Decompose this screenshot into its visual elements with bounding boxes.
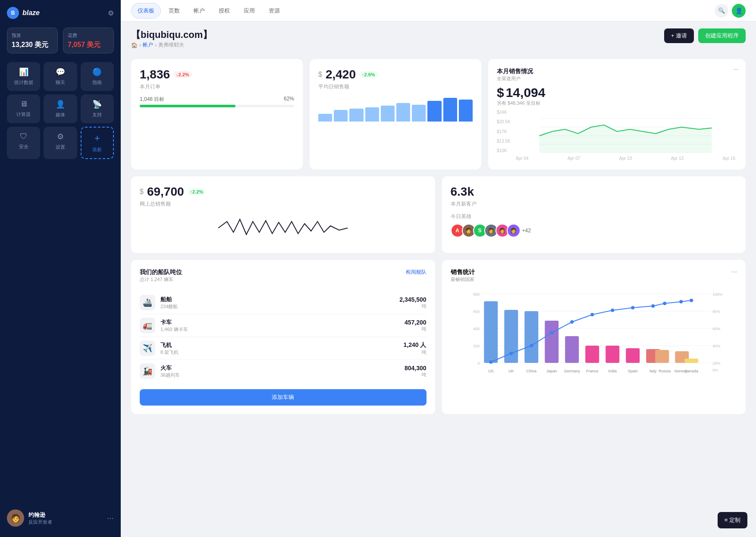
bar-8 [427, 101, 441, 122]
user-avatar: 🧑 [7, 509, 24, 527]
svg-rect-27 [626, 348, 640, 363]
tab-account[interactable]: 帐户 [188, 3, 211, 18]
combo-chart-wrapper: 800 600 400 200 0 100% 80% 60% 40% 20% 0… [451, 290, 737, 377]
sales-chart-card: 销售统计 最畅销国家 ⋯ 800 [442, 260, 746, 414]
tab-resources[interactable]: 资源 [263, 3, 286, 18]
svg-point-35 [550, 331, 553, 334]
settings-icon[interactable]: ⚙ [108, 9, 114, 17]
user-nav-avatar[interactable]: 👤 [732, 4, 746, 18]
train-unit: 吨 [405, 372, 427, 378]
svg-point-36 [570, 320, 574, 324]
calc-icon: 🖥 [20, 100, 28, 109]
sales-chart-header: 销售统计 最畅销国家 ⋯ [451, 268, 737, 288]
sidebar-item-addnew[interactable]: + 添新 [81, 127, 114, 159]
breadcrumb-current: 奥弗维耶夫 [158, 41, 184, 49]
sidebar-item-support[interactable]: 📡 支持 [81, 94, 114, 123]
add-vehicle-button[interactable]: 添加车辆 [140, 389, 427, 406]
svg-rect-29 [655, 350, 669, 363]
security-icon: 🛡 [20, 132, 28, 141]
tab-auth[interactable]: 授权 [213, 3, 236, 18]
page-header: 【biqubiqu.com】 🏠 › 帐户 › 奥弗维耶夫 + 邀请 创建应用程… [131, 28, 746, 56]
tab-apps[interactable]: 应用 [238, 3, 261, 18]
sidebar-item-media[interactable]: 👤 媒体 [44, 94, 77, 123]
plane-sub: 8 架飞机 [160, 349, 398, 356]
svg-text:Spain: Spain [627, 369, 637, 373]
heroes-avatars: A 🧑 S 👩 👩 👩 +42 [451, 224, 737, 237]
expense-card: 花费 7,057 美元 [63, 28, 114, 53]
sidebar-item-guide[interactable]: 🔵 指南 [81, 62, 114, 91]
fleet-link[interactable]: 检阅舰队 [406, 268, 427, 276]
bar-6 [396, 103, 410, 122]
sidebar-item-stats[interactable]: 📊 统计数据 [7, 62, 40, 91]
more-options-button[interactable]: ⋯ [733, 66, 739, 72]
support-label: 支持 [92, 112, 102, 118]
svg-rect-22 [524, 311, 538, 363]
svg-text:0: 0 [477, 361, 480, 365]
truck-icon: 🚛 [140, 318, 155, 333]
daily-sales-number: $ 2,420 ↑2.6% [318, 68, 473, 81]
addnew-icon: + [94, 133, 100, 144]
fleet-header: 我们的船队吨位 总计 1,247 辆车 检阅舰队 [140, 268, 427, 290]
customize-button[interactable]: ≡ 定制 [718, 512, 747, 528]
monthly-sales-title: 本月销售情况 [497, 68, 737, 75]
svg-text:Canada: Canada [684, 369, 698, 373]
sidebar-item-settings[interactable]: ⚙ 设置 [44, 127, 77, 159]
svg-text:40%: 40% [712, 344, 720, 348]
bar-2 [334, 110, 348, 122]
user-more-button[interactable]: ⋯ [107, 514, 114, 522]
breadcrumb-account[interactable]: 帐户 [143, 41, 153, 49]
daily-sales-badge: ↑2.6% [359, 71, 378, 78]
monthly-chart-container: $24K $20.5K $17K $13.5K $10K [497, 110, 737, 161]
heroes-label: 今日英雄 [451, 213, 737, 220]
svg-text:UK: UK [508, 369, 514, 373]
svg-point-33 [509, 352, 513, 355]
logo-icon: B [7, 7, 19, 19]
page-actions: + 邀请 创建应用程序 [664, 28, 746, 43]
svg-text:80%: 80% [712, 309, 720, 314]
monthly-sales-sub: 另有 $48,346 至目标 [497, 100, 737, 106]
sidebar-item-security[interactable]: 🛡 安全 [7, 127, 40, 159]
svg-point-42 [679, 300, 683, 303]
sidebar-item-chat[interactable]: 💬 聊天 [44, 62, 77, 91]
create-app-button[interactable]: 创建应用程序 [698, 28, 746, 43]
ship-sub: 234艘船 [160, 303, 394, 310]
truck-sub: 1,460 辆卡车 [160, 326, 399, 333]
y-axis: $24K $20.5K $17K $13.5K $10K [497, 110, 511, 153]
svg-text:800: 800 [473, 292, 480, 297]
sales-chart-more[interactable]: ⋯ [731, 268, 737, 275]
fleet-item-ship: 🚢 船舶 234艘船 2,345,500 吨 [140, 291, 427, 314]
hero-6: 👩 [507, 224, 521, 237]
goal-label: 1,048 目标 [140, 96, 164, 103]
invite-button[interactable]: + 邀请 [664, 28, 694, 43]
svg-text:400: 400 [473, 327, 480, 331]
plane-value: 1,240 人 [404, 341, 427, 349]
bottom-row: 我们的船队吨位 总计 1,247 辆车 检阅舰队 🚢 船舶 234艘船 2,34… [131, 260, 746, 414]
page-title-section: 【biqubiqu.com】 🏠 › 帐户 › 奥弗维耶夫 [131, 28, 212, 56]
tab-pages[interactable]: 页数 [163, 3, 186, 18]
orders-progress: 1,048 目标 62% [140, 96, 294, 107]
total-sales-badge: ↑2.2% [188, 188, 206, 195]
security-label: 安全 [19, 144, 28, 150]
calc-label: 计算器 [16, 111, 31, 118]
new-customers-card: 6.3k 本月新客户 今日英雄 A 🧑 S 👩 👩 👩 +42 [442, 176, 746, 253]
budget-value: 13,230 美元 [12, 41, 53, 49]
svg-text:60%: 60% [712, 327, 720, 331]
expense-label: 花费 [68, 32, 109, 39]
bar-7 [412, 105, 426, 122]
tab-dashboard[interactable]: 仪表板 [131, 3, 161, 19]
sidebar-item-calc[interactable]: 🖥 计算器 [7, 94, 40, 123]
fleet-subtitle: 总计 1,247 辆车 [140, 276, 182, 283]
stats-row-1: 1,836 ↓2.2% 本月订单 1,048 目标 62% $ [131, 59, 746, 169]
search-icon[interactable]: 🔍 [715, 4, 728, 18]
svg-text:China: China [526, 369, 536, 373]
total-sales-card: $ 69,700 ↑2.2% 网上总销售额 [131, 176, 435, 253]
sidebar-footer: 🧑 约翰逊 反应开发者 ⋯ [7, 506, 114, 530]
bar-9 [443, 98, 457, 122]
svg-text:Italy: Italy [649, 369, 656, 373]
svg-text:India: India [608, 369, 617, 373]
logo-text: blaze [22, 9, 40, 17]
svg-point-39 [631, 306, 634, 309]
svg-text:US: US [488, 369, 493, 373]
truck-name: 卡车 [160, 318, 399, 326]
daily-sales-label: 平均日销售额 [318, 83, 473, 91]
